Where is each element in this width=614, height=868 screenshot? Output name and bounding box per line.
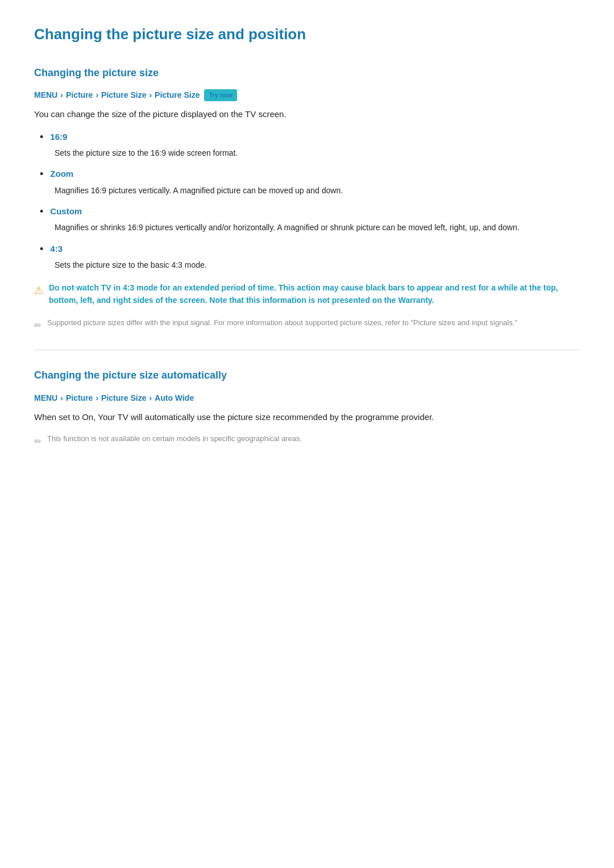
- breadcrumb-sep-4: ›: [60, 392, 63, 404]
- desc-zoom: Magnifies 16:9 pictures vertically. A ma…: [55, 184, 580, 197]
- breadcrumb-sep-2: ›: [96, 89, 98, 101]
- term-zoom: Zoom: [50, 167, 73, 181]
- list-item: • 4:3 Sets the picture size to the basic…: [40, 242, 580, 272]
- breadcrumb-sep-6: ›: [149, 392, 152, 404]
- section-heading-auto-size: Changing the picture size automatically: [34, 367, 580, 384]
- breadcrumb-sep-1: ›: [60, 89, 63, 101]
- term-16-9: 16:9: [50, 130, 67, 144]
- warning-text: Do not watch TV in 4:3 mode for an exten…: [49, 281, 580, 307]
- list-item: • Custom Magnifies or shrinks 16:9 pictu…: [40, 205, 580, 234]
- breadcrumb-sep-5: ›: [96, 392, 98, 404]
- breadcrumb-auto-wide: Auto Wide: [155, 392, 194, 404]
- bullet-dot: •: [40, 242, 43, 256]
- breadcrumb-menu-2: MENU: [34, 392, 57, 404]
- breadcrumb-sep-3: ›: [149, 89, 152, 101]
- picture-size-options: • 16:9 Sets the picture size to the 16:9…: [40, 130, 580, 271]
- desc-custom: Magnifies or shrinks 16:9 pictures verti…: [55, 221, 580, 234]
- intro-text-auto-size: When set to On, Your TV will automatical…: [34, 410, 580, 424]
- bullet-dot: •: [40, 205, 43, 219]
- intro-text-change-size: You can change the size of the picture d…: [34, 107, 580, 121]
- warning-icon: ⚠: [34, 283, 43, 299]
- breadcrumb-picture-size-2: Picture Size: [155, 89, 200, 101]
- bullet-dot: •: [40, 130, 43, 144]
- section-heading-change-size: Changing the picture size: [34, 65, 580, 81]
- pencil-icon-2: ✏: [34, 434, 42, 449]
- breadcrumb-auto-size: MENU › Picture › Picture Size › Auto Wid…: [34, 392, 580, 404]
- term-custom: Custom: [50, 205, 82, 218]
- list-item: • Zoom Magnifies 16:9 pictures verticall…: [40, 167, 580, 197]
- breadcrumb-picture-size-1: Picture Size: [101, 89, 146, 101]
- try-now-badge[interactable]: Try now: [204, 89, 237, 102]
- note-text-change-size: Supported picture sizes differ with the …: [47, 317, 517, 329]
- page-title: Changing the picture size and position: [34, 23, 580, 47]
- section-change-size: Changing the picture size MENU › Picture…: [34, 65, 580, 333]
- breadcrumb-picture-size-3: Picture Size: [101, 392, 146, 404]
- term-4-3: 4:3: [50, 242, 63, 256]
- desc-16-9: Sets the picture size to the 16:9 wide s…: [55, 147, 580, 159]
- breadcrumb-picture: Picture: [66, 89, 93, 101]
- bullet-dot: •: [40, 167, 43, 181]
- warning-box: ⚠ Do not watch TV in 4:3 mode for an ext…: [34, 281, 580, 307]
- section-divider: [34, 350, 580, 350]
- breadcrumb-menu: MENU: [34, 89, 57, 101]
- pencil-icon: ✏: [34, 318, 42, 333]
- note-box-auto-size: ✏ This function is not available on cert…: [34, 433, 580, 449]
- desc-4-3: Sets the picture size to the basic 4:3 m…: [55, 259, 580, 271]
- breadcrumb-picture-2: Picture: [66, 392, 93, 404]
- note-box-change-size: ✏ Supported picture sizes differ with th…: [34, 317, 580, 333]
- note-text-auto-size: This function is not available on certai…: [47, 433, 302, 445]
- breadcrumb-change-size: MENU › Picture › Picture Size › Picture …: [34, 89, 580, 101]
- list-item: • 16:9 Sets the picture size to the 16:9…: [40, 130, 580, 160]
- section-auto-size: Changing the picture size automatically …: [34, 367, 580, 448]
